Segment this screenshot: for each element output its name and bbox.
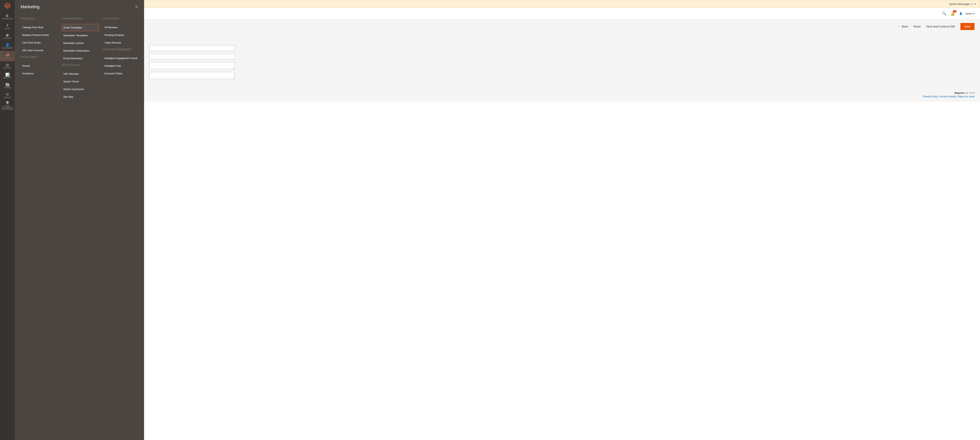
flyout-link[interactable]: Pending Reviews [103,32,140,38]
flyout-link[interactable]: Cart Price Rules [21,39,58,46]
footer-link-activity[interactable]: Account Activity [939,95,956,98]
admin-footer: Magento ver. 2.4.0 Privacy Policy | Acco… [144,86,980,102]
flyout-section-heading: Private Sales [21,55,58,59]
textarea-2[interactable] [150,72,235,79]
flyout-link[interactable]: Search Synonyms [62,86,99,92]
nav-dashboard[interactable]: ◐DASHBOARD [0,12,15,22]
notifications-icon[interactable]: 🔔33 [951,11,955,16]
flyout-section-heading: Customer Engagement [103,48,140,51]
flyout-link[interactable]: dotdigital Engagement Cloud [103,55,140,62]
chart-icon: 📊 [5,73,10,77]
store-icon: 🏬 [5,83,10,86]
nav-catalog[interactable]: ▣CATALOG [0,31,15,41]
reset-button[interactable]: Reset [913,25,921,28]
flyout-link[interactable]: Yotpo Reviews [103,39,140,46]
flyout-link[interactable]: Newsletter Queue [62,40,99,46]
flyout-link[interactable]: Email Reminders [62,55,99,62]
search-icon[interactable]: 🔍 [942,11,946,16]
gauge-icon: ◐ [6,14,9,17]
text-field-1[interactable] [150,45,235,51]
nav-sales[interactable]: $SALES [0,22,15,31]
nav-system[interactable]: ⚙SYSTEM [0,91,15,100]
admin-user-menu[interactable]: 👤 admin ▾ [959,12,975,15]
save-button[interactable]: Save [960,23,975,30]
flyout-title: Marketing [21,4,40,10]
flyout-link[interactable]: Search Terms [62,78,99,85]
page-toolbar: ← Back Reset Save and Continue Edit Save [144,19,980,33]
nav-content[interactable]: ▤CONTENT [0,61,15,71]
nav-customers[interactable]: 👤CUSTOMERS [0,41,15,51]
system-messages-bar[interactable]: System Messages: 1 ▼ [144,0,980,8]
gear-icon: ⚙ [6,92,9,96]
flyout-link[interactable]: Newsletter Subscribers [62,47,99,54]
footer-link-report[interactable]: Report an Issue [958,95,975,98]
flyout-section-heading: User Content [103,17,140,20]
footer-link-privacy[interactable]: Privacy Policy [923,95,938,98]
flyout-section-heading: SEO & Search [62,63,99,67]
box-icon: ▣ [6,33,9,37]
nav-stores[interactable]: 🏬STORES [0,81,15,91]
flyout-section-heading: Promotions [21,17,58,20]
flyout-link[interactable]: URL Rewrites [62,70,99,77]
flyout-link[interactable]: All Reviews [103,24,140,31]
marketing-flyout: Marketing ✕ PromotionsCatalog Price Rule… [15,0,144,102]
chevron-down-icon: ▾ [973,12,975,15]
admin-sidebar: ◐DASHBOARD $SALES ▣CATALOG 👤CUSTOMERS 📣M… [0,0,15,102]
person-icon: 👤 [5,43,10,47]
magento-logo[interactable] [0,0,15,12]
text-field-2[interactable] [150,54,235,59]
flyout-section-heading: Communications [62,17,99,20]
main-content: System Messages: 1 ▼ 🔍 🔔33 👤 admin ▾ ← B… [144,0,980,102]
textarea-1[interactable] [150,62,235,69]
arrow-left-icon: ← [897,25,900,28]
flyout-link[interactable]: Invitations [21,70,58,77]
save-continue-button[interactable]: Save and Continue Edit [926,25,955,28]
user-icon: 👤 [959,12,963,15]
flyout-link[interactable]: Email Templates [62,24,99,31]
flyout-link[interactable]: dotdigital Chat [103,62,140,69]
dollar-icon: $ [6,24,8,27]
layout-icon: ▤ [6,63,9,67]
flyout-link[interactable]: Catalog Price Rule [21,24,58,31]
chevron-down-icon: ▼ [974,3,976,5]
flyout-link[interactable]: Newsletter Templates [62,32,99,39]
puzzle-icon: ⬣ [6,100,9,102]
nav-partners[interactable]: ⬣FIND PARTNERS & EXTENSIONS [0,100,15,102]
admin-topbar: 🔍 🔔33 👤 admin ▾ [144,8,980,19]
back-button[interactable]: ← Back [897,25,908,28]
flyout-link[interactable]: Events [21,62,58,69]
nav-reports[interactable]: 📊REPORTS [0,71,15,81]
flyout-link[interactable]: Related Products Rules [21,32,58,38]
megaphone-icon: 📣 [5,53,10,57]
flyout-link[interactable]: Exclusion Rules [103,70,140,77]
form-area [144,33,980,86]
nav-marketing[interactable]: 📣MARKETING [0,51,14,61]
flyout-link[interactable]: Gift Card Accounts [21,47,58,54]
close-icon[interactable]: ✕ [135,5,138,9]
notification-badge: 33 [953,10,956,13]
flyout-link[interactable]: Site Map [62,93,99,100]
